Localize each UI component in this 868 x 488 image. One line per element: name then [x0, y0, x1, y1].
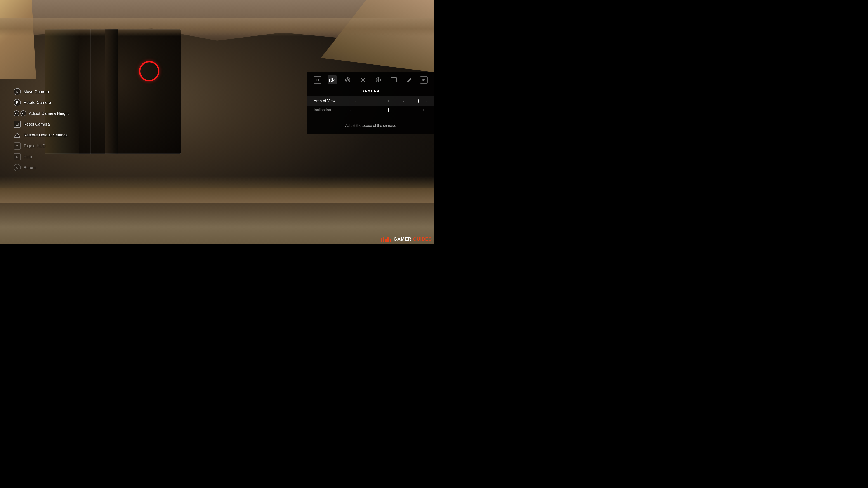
restore-defaults-label: Restore Default Settings: [24, 133, 68, 138]
tab-camera[interactable]: [328, 75, 337, 85]
description-area: Adjust the scope of the camera.: [307, 115, 434, 130]
bar-4: [388, 237, 389, 242]
area-of-view-track: [358, 101, 419, 101]
center-pillar: [105, 29, 118, 154]
square-button: □: [13, 121, 21, 128]
options-button: ≡: [13, 142, 21, 150]
svg-line-20: [361, 81, 362, 82]
inclination-name: Inclination: [314, 108, 345, 112]
stone-left-block: [0, 0, 36, 79]
gg-text: GAMER GUIDES: [394, 236, 432, 242]
rotate-camera-label: Rotate Camera: [24, 100, 51, 105]
tab-display[interactable]: [389, 75, 398, 85]
control-move-camera: L Move Camera: [13, 88, 69, 95]
controls-panel: L Move Camera R Rotate Camera L2 R2 Adju…: [13, 88, 69, 175]
tab-l1[interactable]: L1: [314, 76, 321, 84]
circle-button: ○: [13, 164, 21, 171]
move-camera-label: Move Camera: [24, 90, 49, 94]
camera-panel: L1: [307, 72, 434, 134]
control-restore-defaults: Restore Default Settings: [13, 131, 69, 139]
control-adjust-height: L2 R2 Adjust Camera Height: [13, 110, 69, 117]
area-of-view-minus[interactable]: ←: [350, 99, 353, 103]
bar-1: [381, 238, 382, 242]
gg-icon: [381, 237, 391, 242]
inclination-thumb: [388, 108, 389, 111]
bar-5: [390, 239, 391, 242]
area-of-view-plus[interactable]: →: [425, 99, 428, 103]
return-label: Return: [24, 165, 36, 170]
bar-3: [385, 238, 387, 242]
area-of-view-row[interactable]: Area of View ← - + →: [307, 96, 434, 105]
svg-line-19: [364, 78, 365, 78]
svg-point-3: [332, 80, 333, 81]
svg-line-17: [361, 78, 362, 78]
area-of-view-slider[interactable]: ← - + →: [350, 99, 428, 103]
inclination-plus-label: +: [426, 108, 428, 112]
svg-line-8: [348, 80, 350, 81]
svg-point-12: [362, 79, 364, 81]
description-text: Adjust the scope of the camera.: [345, 124, 396, 127]
tab-brightness[interactable]: [359, 75, 368, 85]
help-label: Help: [24, 155, 32, 159]
svg-line-10: [346, 80, 348, 81]
control-return: ○ Return: [13, 164, 69, 171]
r-button: R: [13, 99, 21, 106]
inclination-minus-label: -: [350, 108, 351, 112]
svg-rect-27: [391, 78, 397, 82]
svg-point-22: [377, 79, 379, 81]
inclination-track: [352, 110, 424, 110]
touchpad-button: ⊟: [13, 153, 21, 160]
area-of-view-minus-label: -: [355, 99, 356, 103]
tab-aperture[interactable]: [343, 75, 352, 85]
bar-2: [383, 237, 384, 242]
floor-edge: [0, 176, 434, 203]
area-of-view-plus-label: +: [421, 99, 423, 103]
inclination-slider[interactable]: - +: [350, 108, 428, 112]
gg-text-accent: GUIDES: [413, 236, 432, 241]
l2-button: L2: [13, 110, 20, 116]
control-help: ⊟ Help: [13, 153, 69, 160]
area-of-view-thumb: [418, 99, 419, 103]
tab-filter[interactable]: [405, 75, 414, 85]
gamer-guides-logo: GAMER GUIDES: [381, 236, 432, 242]
toggle-hud-label: Toggle HUD: [24, 144, 45, 149]
triangle-button: [13, 131, 21, 139]
target-circle: [139, 61, 159, 81]
tab-r1[interactable]: R1: [420, 76, 428, 84]
svg-point-4: [334, 79, 335, 80]
adjust-height-label: Adjust Camera Height: [29, 111, 69, 116]
control-rotate-camera: R Rotate Camera: [13, 99, 69, 106]
inclination-row[interactable]: Inclination - +: [307, 105, 434, 115]
reset-camera-label: Reset Camera: [24, 122, 50, 127]
tab-icons-row: L1: [307, 72, 434, 87]
r2-button: R2: [20, 110, 26, 116]
control-toggle-hud: ≡ Toggle HUD: [13, 142, 69, 150]
tab-target[interactable]: [374, 75, 383, 85]
stone-shelf: [0, 18, 434, 36]
l2r2-badge: L2 R2: [13, 110, 26, 117]
svg-line-30: [407, 78, 411, 82]
control-reset-camera: □ Reset Camera: [13, 121, 69, 128]
area-of-view-name: Area of View: [314, 99, 345, 103]
l-button: L: [13, 88, 21, 95]
svg-marker-0: [14, 133, 20, 138]
svg-line-18: [364, 81, 365, 82]
camera-section-label: CAMERA: [307, 87, 434, 96]
